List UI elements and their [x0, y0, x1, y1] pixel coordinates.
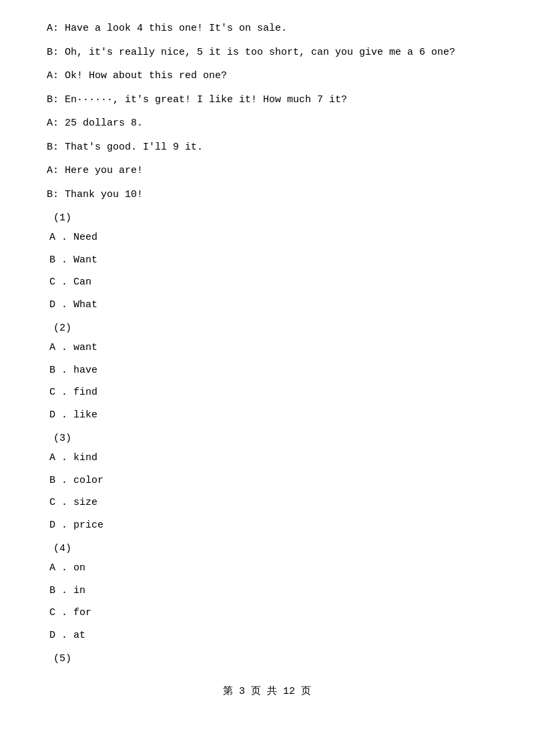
dialogue-line-6: B: That's good. I'll 9 it. [47, 139, 487, 156]
option-1-c: C . Can [49, 274, 487, 291]
option-3-b: B . color [49, 472, 487, 490]
option-2-a: A . want [49, 339, 487, 357]
question-label-1: (1) [53, 212, 487, 224]
question-label-4: (4) [53, 543, 487, 554]
dialogue-line-1: A: Have a look 4 this one! It's on sale. [47, 20, 487, 37]
page-footer: 第 3 页 共 12 页 [47, 685, 487, 697]
option-4-d: D . at [49, 627, 487, 644]
dialogue-line-4: B: En······, it's great! I like it! How … [47, 91, 487, 109]
dialogue-line-5: A: 25 dollars 8. [47, 115, 487, 132]
option-3-d: D . price [49, 517, 487, 534]
question-label-3: (3) [53, 433, 487, 444]
option-1-b: B . Want [49, 252, 487, 269]
dialogue-line-8: B: Thank you 10! [47, 186, 487, 204]
dialogue-line-7: A: Here you are! [47, 162, 487, 180]
option-3-c: C . size [49, 494, 487, 512]
dialogue-line-3: A: Ok! How about this red one? [47, 67, 487, 85]
option-1-d: D . What [49, 297, 487, 314]
option-2-c: C . find [49, 384, 487, 401]
option-2-b: B . have [49, 362, 487, 379]
option-3-a: A . kind [49, 449, 487, 467]
question-label-5: (5) [53, 653, 487, 665]
option-4-a: A . on [49, 560, 487, 577]
option-4-b: B . in [49, 582, 487, 600]
option-4-c: C . for [49, 604, 487, 622]
option-2-d: D . like [49, 407, 487, 424]
option-1-a: A . Need [49, 229, 487, 246]
dialogue-line-2: B: Oh, it's really nice, 5 it is too sho… [47, 44, 487, 61]
footer-text: 第 3 页 共 12 页 [223, 686, 311, 697]
question-label-2: (2) [53, 323, 487, 334]
